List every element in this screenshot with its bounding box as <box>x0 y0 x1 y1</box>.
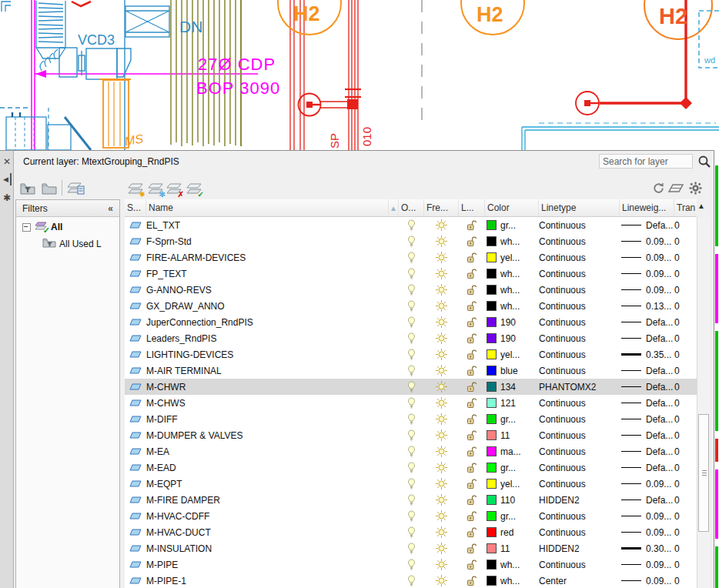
set-current-button[interactable]: ✓ <box>184 180 202 196</box>
layer-unlock-icon[interactable] <box>459 398 485 409</box>
layer-unlock-icon[interactable] <box>459 543 485 554</box>
layer-linetype[interactable]: Continuous <box>539 220 620 231</box>
layer-freeze-sun-icon[interactable] <box>424 413 459 425</box>
layer-row[interactable]: Leaders_RndPIS 190 Continuous Defa... 0 <box>125 330 697 346</box>
layer-freeze-sun-icon[interactable] <box>424 365 459 376</box>
layer-lineweight[interactable]: Defa... <box>620 398 674 409</box>
layer-unlock-icon[interactable] <box>459 527 485 538</box>
layer-row[interactable]: M-PIPE wh... Continuous 0.09... 0 <box>125 556 697 573</box>
layer-name[interactable]: M-PIPE-1 <box>146 576 389 586</box>
layer-name[interactable]: LIGHTING-DEVICES <box>146 349 389 360</box>
layer-color-cell[interactable]: yel... <box>485 252 539 263</box>
layer-linetype[interactable]: Continuous <box>539 252 620 263</box>
layer-on-bulb-icon[interactable] <box>399 429 424 441</box>
layer-name[interactable]: M-FIRE DAMPER <box>146 495 389 506</box>
color-swatch[interactable] <box>487 479 497 489</box>
layer-name[interactable]: F-Sprn-Std <box>146 236 389 247</box>
layer-freeze-sun-icon[interactable] <box>424 543 459 554</box>
color-swatch[interactable] <box>487 495 497 505</box>
layer-unlock-icon[interactable] <box>459 366 485 376</box>
layer-name[interactable]: M-DUMPER & VALVES <box>146 430 389 441</box>
layer-name[interactable]: M-CHWS <box>146 398 389 409</box>
layer-transparency[interactable]: 0 <box>674 301 697 312</box>
color-swatch[interactable] <box>487 382 497 392</box>
color-swatch[interactable] <box>487 527 497 537</box>
column-freeze[interactable]: Fre... <box>424 199 459 216</box>
layer-linetype[interactable]: PHANTOMX2 <box>539 382 620 393</box>
layer-freeze-sun-icon[interactable] <box>424 478 459 489</box>
layer-linetype[interactable]: Continuous <box>539 398 620 409</box>
color-swatch[interactable] <box>487 301 497 311</box>
layer-unlock-icon[interactable] <box>459 495 485 506</box>
layer-color-cell[interactable]: gr... <box>485 220 539 231</box>
layer-on-bulb-icon[interactable] <box>399 252 424 263</box>
layer-linetype[interactable]: Continuous <box>539 366 620 376</box>
layer-name[interactable]: M-HVAC-DUCT <box>146 527 389 538</box>
color-swatch[interactable] <box>487 285 497 295</box>
layer-lineweight[interactable]: 0.09... <box>620 252 674 263</box>
layer-row[interactable]: M-EA ma... Continuous Defa... 0 <box>125 443 697 459</box>
layer-lineweight[interactable]: Defa... <box>620 414 674 425</box>
layer-color-cell[interactable]: 11 <box>485 430 539 441</box>
layer-on-bulb-icon[interactable] <box>399 236 424 247</box>
sort-ascending-icon[interactable]: ▲ <box>389 199 399 216</box>
layer-name[interactable]: M-HVAC-CDFF <box>146 511 389 522</box>
layer-lineweight[interactable]: 0.09... <box>620 285 674 296</box>
layer-transparency[interactable]: 0 <box>674 414 697 425</box>
layer-linetype[interactable]: Continuous <box>539 446 620 457</box>
layer-unlock-icon[interactable] <box>459 576 485 586</box>
layer-unlock-icon[interactable] <box>459 301 485 312</box>
layer-transparency[interactable]: 0 <box>674 527 697 538</box>
layer-name[interactable]: M-EAD <box>146 463 389 473</box>
layer-color-cell[interactable]: 190 <box>485 333 539 344</box>
layer-transparency[interactable]: 0 <box>674 220 697 231</box>
layer-color-cell[interactable]: wh... <box>485 269 539 279</box>
layer-row[interactable]: M-AIR TERMINAL blue Continuous Defa... 0 <box>125 362 697 379</box>
layer-row[interactable]: FP_TEXT wh... Continuous 0.09... 0 <box>125 266 697 282</box>
layer-transparency[interactable]: 0 <box>674 382 697 393</box>
layer-on-bulb-icon[interactable] <box>399 413 424 425</box>
column-name[interactable]: Name <box>146 199 389 216</box>
color-swatch[interactable] <box>487 269 497 279</box>
layer-on-bulb-icon[interactable] <box>399 526 424 538</box>
layer-color-cell[interactable]: gr... <box>485 463 539 473</box>
refresh-button[interactable] <box>649 180 667 196</box>
new-layer-vp-frozen-button[interactable]: ✻ <box>145 180 164 196</box>
layer-row[interactable]: JuperConnection_RndPIS 190 Continuous De… <box>125 314 697 330</box>
layer-on-bulb-icon[interactable] <box>399 462 424 473</box>
layer-freeze-sun-icon[interactable] <box>424 316 459 328</box>
layer-freeze-sun-icon[interactable] <box>424 300 459 312</box>
color-swatch[interactable] <box>487 333 497 343</box>
color-swatch[interactable] <box>487 236 497 246</box>
layer-linetype[interactable]: Continuous <box>539 301 620 312</box>
layer-unlock-icon[interactable] <box>459 560 485 570</box>
layer-on-bulb-icon[interactable] <box>399 300 424 312</box>
color-swatch[interactable] <box>487 463 497 473</box>
layer-linetype[interactable]: Continuous <box>539 527 620 538</box>
layer-row[interactable]: M-CHWR 134 PHANTOMX2 Defa... 0 <box>125 379 697 395</box>
layer-lineweight[interactable]: 0.09... <box>620 560 674 570</box>
layer-color-cell[interactable]: 190 <box>485 317 539 328</box>
layer-lineweight[interactable]: Defa... <box>620 463 674 473</box>
layer-row[interactable]: M-DUMPER & VALVES 11 Continuous Defa... … <box>125 427 697 443</box>
layer-transparency[interactable]: 0 <box>674 463 697 473</box>
layer-transparency[interactable]: 0 <box>674 430 697 441</box>
color-swatch[interactable] <box>487 414 497 424</box>
layer-lineweight[interactable]: 0.30... <box>620 543 674 554</box>
layer-lineweight[interactable]: 0.13... <box>620 301 674 312</box>
layer-row[interactable]: M-CHWS 121 Continuous Defa... 0 <box>125 395 697 411</box>
color-swatch[interactable] <box>487 398 497 408</box>
layer-unlock-icon[interactable] <box>459 349 485 360</box>
layer-color-cell[interactable]: gr... <box>485 414 539 425</box>
delete-layer-button[interactable]: ✗ <box>164 180 182 196</box>
layer-unlock-icon[interactable] <box>459 414 485 425</box>
layer-linetype[interactable]: Center <box>539 576 620 586</box>
layer-freeze-sun-icon[interactable] <box>424 429 459 441</box>
tree-expand-toggle[interactable] <box>22 223 31 232</box>
palette-properties-icon[interactable]: ✱ <box>2 192 12 204</box>
scrollbar-thumb[interactable] <box>698 414 709 532</box>
layer-unlock-icon[interactable] <box>459 463 485 473</box>
layer-on-bulb-icon[interactable] <box>399 559 424 570</box>
layer-color-cell[interactable]: wh... <box>485 560 539 570</box>
layer-freeze-sun-icon[interactable] <box>424 526 459 538</box>
